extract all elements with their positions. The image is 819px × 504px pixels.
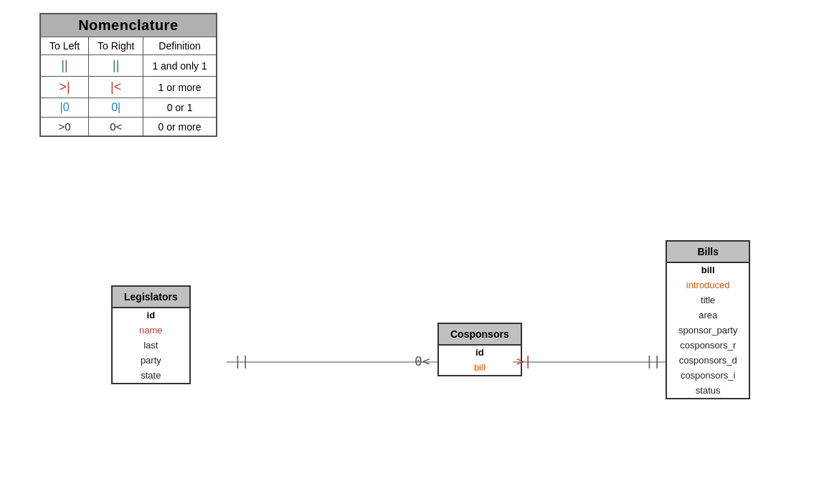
legislators-field-state: state <box>112 368 190 384</box>
row4-def: 0 or more <box>143 118 217 137</box>
nomenclature-table: Nomenclature To Left To Right Definition… <box>39 13 217 137</box>
row2-def: 1 or more <box>143 77 217 98</box>
cosponsors-entity: Cosponsors id bill <box>437 323 522 376</box>
bills-field-sponsor-party: sponsor_party <box>666 323 749 338</box>
nomenclature-section: Nomenclature To Left To Right Definition… <box>39 13 217 137</box>
bills-field-cosponsors-i: cosponsors_i <box>666 368 749 383</box>
legislators-title: Legislators <box>112 286 190 308</box>
rel-leg-right-symbol: 0< <box>415 353 430 369</box>
legislators-entity: Legislators id name last party state <box>111 285 191 384</box>
col-definition: Definition <box>143 37 217 55</box>
cosponsors-table: Cosponsors id bill <box>437 323 522 376</box>
row4-left: >0 <box>40 118 89 137</box>
bills-field-cosponsors-d: cosponsors_d <box>666 353 749 368</box>
bills-entity: Bills bill introduced title area sponsor… <box>666 240 750 399</box>
row4-right: 0< <box>89 118 143 137</box>
row3-def: 0 or 1 <box>143 98 217 118</box>
col-to-right: To Right <box>89 37 143 55</box>
bills-title: Bills <box>666 241 749 262</box>
bills-field-status: status <box>666 383 749 399</box>
col-to-left: To Left <box>40 37 89 55</box>
rel-cospon-right-symbol: || <box>645 353 661 369</box>
rel-leg-left-symbol: || <box>234 353 250 369</box>
bills-field-title: title <box>666 293 749 308</box>
cosponsors-field-bill: bill <box>438 360 521 376</box>
row1-def: 1 and only 1 <box>143 55 217 77</box>
row3-left: |0 <box>40 98 89 118</box>
bills-table: Bills bill introduced title area sponsor… <box>666 240 750 399</box>
legislators-pk: id <box>112 308 190 323</box>
bills-pk: bill <box>666 262 749 277</box>
row3-right: 0| <box>89 98 143 118</box>
rel-cospon-left-symbol: >| <box>516 353 532 369</box>
nomenclature-title: Nomenclature <box>40 14 217 37</box>
legislators-field-last: last <box>112 338 190 353</box>
legislators-table: Legislators id name last party state <box>111 285 191 384</box>
row2-right: |< <box>89 77 143 98</box>
legislators-field-name: name <box>112 323 190 338</box>
bills-field-cosponsors-r: cosponsors_r <box>666 338 749 353</box>
bills-field-area: area <box>666 308 749 323</box>
row1-right: || <box>89 55 143 77</box>
row1-left: || <box>40 55 89 77</box>
legislators-field-party: party <box>112 353 190 368</box>
cosponsors-title: Cosponsors <box>438 323 521 345</box>
cosponsors-pk: id <box>438 345 521 360</box>
bills-field-introduced: introduced <box>666 277 749 293</box>
row2-left: >| <box>40 77 89 98</box>
